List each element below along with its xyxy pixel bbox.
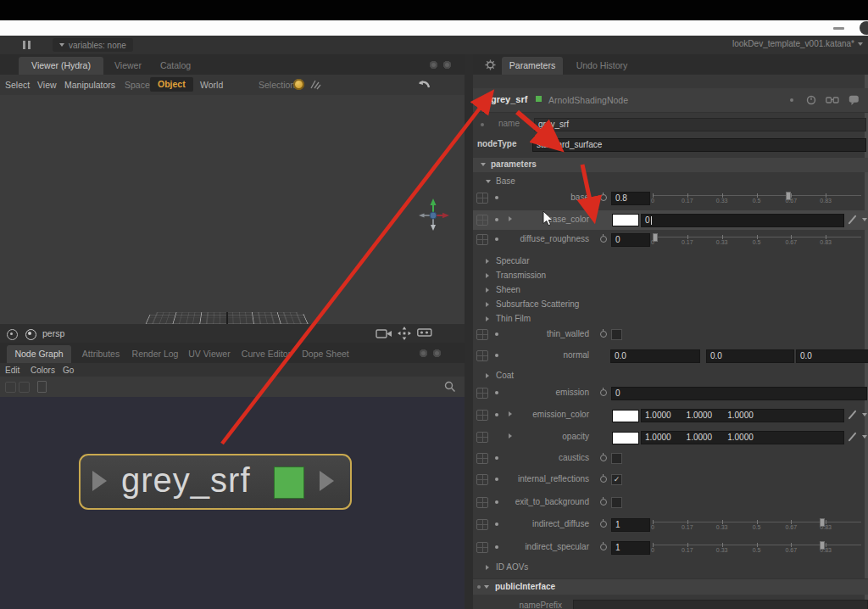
menu-edit[interactable]: Edit [5, 363, 19, 377]
pane-menu-icon[interactable] [430, 61, 437, 69]
menu-colors[interactable]: Colors [31, 363, 55, 377]
diffuse-roughness-input[interactable]: 0 [611, 233, 650, 247]
expand-caret-icon[interactable] [509, 411, 512, 416]
slider-handle[interactable] [820, 541, 825, 550]
state-dot-icon[interactable] [495, 500, 498, 504]
caret-down-icon[interactable] [862, 218, 867, 221]
tab-parameters[interactable]: Parameters [502, 57, 563, 75]
gridstate-icon[interactable] [476, 388, 488, 399]
pause-icon[interactable] [23, 41, 31, 49]
page-icon[interactable] [37, 381, 47, 393]
tab-curve-editor[interactable]: Curve Editor [237, 345, 295, 363]
name-prefix-input[interactable] [573, 600, 868, 609]
gear-icon[interactable] [485, 59, 496, 70]
stopwatch-icon[interactable] [600, 194, 607, 201]
state-dot-icon[interactable] [495, 545, 498, 549]
axis-gizmo-icon[interactable] [414, 197, 453, 239]
base-color-swatch[interactable] [612, 214, 639, 226]
expression-pen-icon[interactable] [849, 432, 857, 441]
group-transmission[interactable]: Transmission [473, 271, 868, 283]
tab-catalog[interactable]: Catalog [153, 57, 198, 75]
gridstate-icon[interactable] [476, 193, 488, 204]
tab-uv-viewer[interactable]: UV Viewer [185, 345, 234, 363]
eye-icon[interactable] [7, 329, 18, 340]
slider-handle[interactable] [653, 233, 658, 242]
nodetype-input[interactable]: standard_surface [532, 138, 866, 152]
emission-input[interactable]: 0 [611, 387, 867, 400]
param-row-base-color[interactable]: base_color 0 [473, 210, 868, 230]
state-dot-icon[interactable] [495, 456, 498, 460]
stopwatch-icon[interactable] [600, 476, 607, 483]
gridstate-icon[interactable] [476, 432, 488, 443]
expression-pen-icon[interactable] [849, 410, 857, 419]
base-value-input[interactable]: 0.8 [611, 192, 650, 205]
filename-dropdown[interactable]: lookDev_template_v001.katana* [719, 39, 863, 48]
toolbar-button[interactable] [5, 382, 16, 393]
pan-move-icon[interactable] [398, 327, 411, 340]
state-dot-icon[interactable] [495, 478, 498, 481]
gridstate-icon[interactable] [476, 453, 488, 464]
stopwatch-icon[interactable] [600, 389, 607, 396]
camera-target-icon[interactable] [25, 329, 36, 340]
collapse-caret-icon[interactable] [480, 98, 485, 101]
normal-z-input[interactable]: 0.0 [796, 349, 868, 363]
group-subsurface-scattering[interactable]: Subsurface Scattering [473, 299, 868, 312]
stopwatch-icon[interactable] [600, 499, 607, 506]
pane-menu-icon[interactable] [420, 349, 427, 357]
toolbar-button[interactable] [19, 382, 30, 393]
stopwatch-icon[interactable] [600, 544, 607, 550]
tab-undo-history[interactable]: Undo History [568, 57, 636, 75]
space-object-button[interactable]: Object [150, 77, 193, 92]
gridstate-icon[interactable] [476, 474, 488, 485]
thin-walled-checkbox[interactable] [611, 329, 622, 340]
expand-caret-icon[interactable] [509, 216, 512, 221]
nodegraph-canvas[interactable]: arnoldSu grey_srf [0, 397, 469, 609]
pane-close-icon[interactable] [443, 61, 451, 69]
glasses-icon[interactable] [826, 97, 839, 104]
gridstate-icon[interactable] [476, 215, 488, 226]
indirect-specular-input[interactable]: 1 [611, 541, 650, 555]
group-coat[interactable]: Coat [473, 371, 868, 383]
stopwatch-icon[interactable] [600, 331, 607, 338]
public-interface-header[interactable]: publicInterface [473, 578, 868, 595]
caret-down-icon[interactable] [862, 413, 867, 416]
tab-dope-sheet[interactable]: Dope Sheet [298, 345, 353, 363]
diffuse-roughness-slider[interactable]: 00.170.330.50.670.83 [653, 234, 861, 246]
tab-node-graph[interactable]: Node Graph [7, 345, 71, 363]
state-dot-icon[interactable] [495, 218, 498, 221]
stopwatch-icon[interactable] [600, 521, 607, 528]
gridstate-icon[interactable] [476, 497, 488, 508]
opacity-swatch[interactable] [612, 432, 639, 444]
stopwatch-icon[interactable] [600, 236, 607, 243]
gridstate-icon[interactable] [476, 519, 488, 530]
state-dot-icon[interactable] [495, 237, 498, 241]
gridstate-icon[interactable] [476, 329, 488, 340]
gridstate-icon[interactable] [476, 234, 488, 245]
state-dot-icon[interactable] [495, 196, 498, 199]
slider-handle[interactable] [786, 192, 791, 200]
rotate-view-icon[interactable] [417, 78, 431, 91]
node-input-arrow-icon[interactable] [92, 471, 107, 491]
gridstate-icon[interactable] [476, 410, 488, 421]
render-camera-icon[interactable] [417, 328, 432, 338]
menu-view[interactable]: View [37, 75, 57, 95]
minimize-dash-icon[interactable] [833, 27, 844, 30]
variables-dropdown[interactable]: variables: none [53, 38, 133, 52]
selection-mode-icon[interactable] [293, 79, 304, 90]
tab-viewer[interactable]: Viewer [108, 57, 147, 75]
opacity-values[interactable]: 1.0000 1.0000 1.0000 [641, 431, 844, 444]
node-color-swatch[interactable] [274, 467, 304, 499]
gridstate-icon[interactable] [476, 350, 488, 361]
internal-reflections-checkbox[interactable]: ✓ [611, 474, 622, 485]
normal-x-input[interactable]: 0.0 [610, 349, 700, 363]
state-dot-icon[interactable] [495, 391, 498, 394]
stopwatch-icon[interactable] [600, 455, 607, 461]
comment-icon[interactable] [849, 95, 860, 106]
caret-down-icon[interactable] [862, 435, 867, 439]
caustics-checkbox[interactable] [611, 453, 622, 464]
emission-color-swatch[interactable] [612, 410, 639, 422]
base-color-input[interactable]: 0 [641, 214, 844, 227]
menu-select[interactable]: Select [5, 75, 30, 95]
exit-to-background-checkbox[interactable] [611, 497, 622, 508]
state-dot-icon[interactable] [495, 354, 498, 357]
